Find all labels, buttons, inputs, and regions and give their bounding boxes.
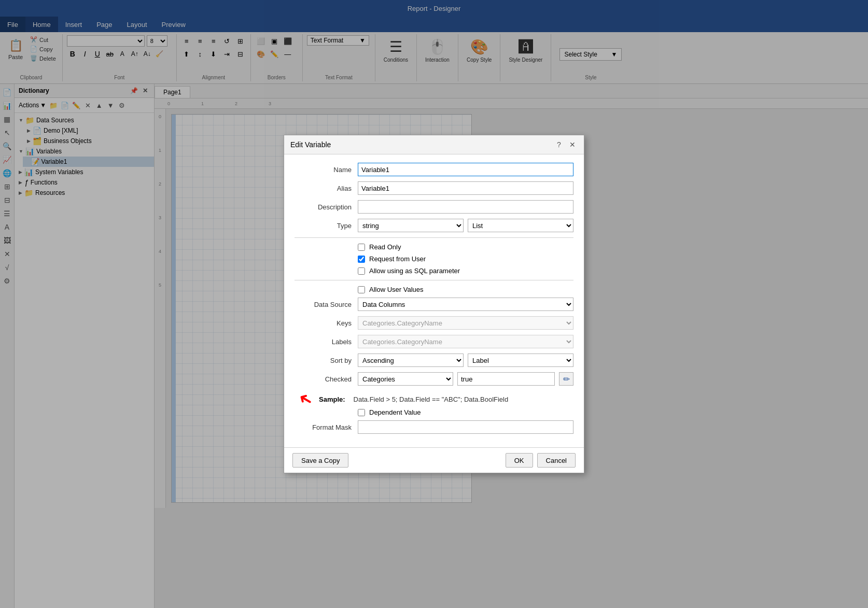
ok-button[interactable]: OK — [506, 453, 533, 468]
dependent-value-checkbox[interactable] — [358, 409, 365, 416]
modal-overlay: Edit Variable ? ✕ Name Alias Description — [0, 0, 868, 608]
checkbox-allow-sql: Allow using as SQL parameter — [295, 267, 573, 275]
checked-edit-btn[interactable]: ✏ — [559, 372, 573, 386]
divider-1 — [295, 237, 573, 238]
checkbox-request-user: Request from User — [295, 255, 573, 263]
checked-col-select[interactable]: Categories — [358, 372, 453, 386]
form-row-sortby: Sort by Ascending Descending None Label … — [295, 354, 573, 367]
name-label: Name — [295, 166, 352, 174]
form-row-alias: Alias — [295, 181, 573, 195]
type-select[interactable]: string int float bool date — [358, 219, 464, 232]
request-user-checkbox[interactable] — [358, 256, 365, 263]
form-row-labels: Labels Categories.CategoryName — [295, 335, 573, 348]
checkbox-allow-user-values: Allow User Values — [295, 286, 573, 293]
sortby-selects: Ascending Descending None Label Key — [358, 354, 573, 367]
edit-variable-modal: Edit Variable ? ✕ Name Alias Description — [284, 135, 584, 473]
sortby-label: Sort by — [295, 357, 352, 364]
save-copy-button[interactable]: Save a Copy — [292, 453, 348, 468]
list-select[interactable]: List Single — [468, 219, 573, 232]
arrow-indicator: ➜ — [296, 388, 316, 409]
form-row-datasource: Data Source Data Columns Custom — [295, 298, 573, 311]
modal-close-btn[interactable]: ✕ — [567, 139, 578, 150]
modal-footer: Save a Copy OK Cancel — [284, 447, 584, 473]
description-input[interactable] — [358, 200, 573, 214]
sortby-field-select[interactable]: Label Key — [468, 354, 573, 367]
alias-input[interactable] — [358, 181, 573, 195]
format-mask-input[interactable] — [358, 420, 573, 434]
sample-label: Sample: — [319, 395, 345, 403]
name-input[interactable] — [358, 163, 573, 176]
allow-sql-checkbox[interactable] — [358, 267, 365, 275]
format-mask-label: Format Mask — [295, 423, 352, 431]
checkbox-dependent-value: Dependent Value — [295, 408, 573, 416]
keys-select[interactable]: Categories.CategoryName — [358, 316, 573, 330]
cancel-button[interactable]: Cancel — [537, 453, 576, 468]
divider-2 — [295, 280, 573, 280]
checkbox-readonly: Read Only — [295, 243, 573, 251]
datasource-label: Data Source — [295, 301, 352, 308]
description-label: Description — [295, 203, 352, 211]
form-row-format-mask: Format Mask — [295, 420, 573, 434]
modal-titlebar: Edit Variable ? ✕ — [284, 135, 584, 154]
form-row-keys: Keys Categories.CategoryName — [295, 316, 573, 330]
alias-label: Alias — [295, 185, 352, 192]
checked-val-input[interactable] — [457, 372, 555, 386]
type-label: Type — [295, 222, 352, 230]
allow-user-values-checkbox[interactable] — [358, 286, 365, 293]
sortby-select[interactable]: Ascending Descending None — [358, 354, 464, 367]
form-row-type: Type string int float bool date List Sin… — [295, 219, 573, 232]
dependent-value-label: Dependent Value — [369, 408, 421, 416]
type-selects: string int float bool date List Single — [358, 219, 573, 232]
modal-help-btn[interactable]: ? — [554, 139, 564, 150]
allow-user-values-label: Allow User Values — [369, 286, 424, 293]
keys-label: Keys — [295, 319, 352, 327]
sample-text: Data.Field > 5; Data.Field == "ABC"; Dat… — [354, 395, 509, 403]
checked-label: Checked — [295, 375, 352, 383]
labels-label: Labels — [295, 338, 352, 346]
modal-titlebar-buttons: ? ✕ — [554, 139, 578, 150]
sample-row: ➜ Sample: Data.Field > 5; Data.Field == … — [295, 391, 573, 407]
footer-right-btns: OK Cancel — [506, 453, 576, 468]
labels-select[interactable]: Categories.CategoryName — [358, 335, 573, 348]
readonly-checkbox[interactable] — [358, 244, 365, 251]
form-row-checked: Checked Categories ✏ — [295, 372, 573, 386]
checked-inputs: Categories ✏ — [358, 372, 573, 386]
datasource-select[interactable]: Data Columns Custom — [358, 298, 573, 311]
modal-title: Edit Variable — [290, 140, 331, 149]
request-user-label: Request from User — [369, 255, 426, 263]
readonly-label: Read Only — [369, 243, 401, 251]
allow-sql-label: Allow using as SQL parameter — [369, 267, 460, 275]
modal-body: Name Alias Description Type string int — [284, 154, 584, 447]
form-row-description: Description — [295, 200, 573, 214]
form-row-name: Name — [295, 163, 573, 176]
